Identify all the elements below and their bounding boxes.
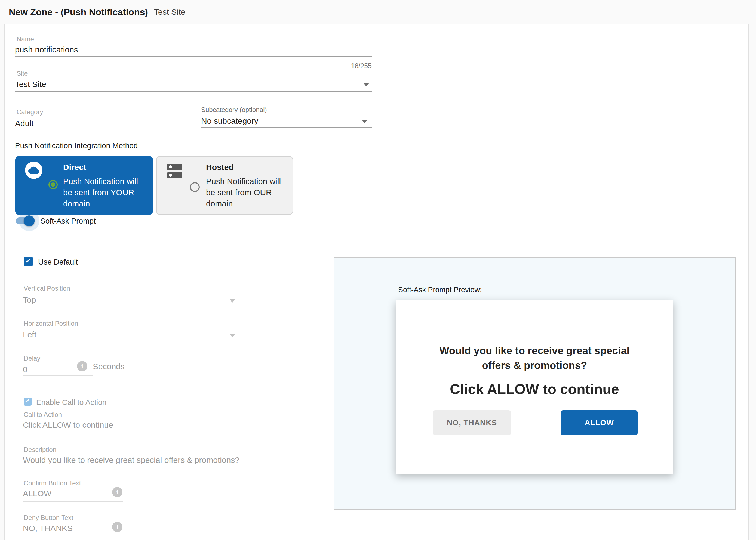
preview-allow-button[interactable]: ALLOW bbox=[561, 410, 638, 435]
hosted-title: Hosted bbox=[206, 163, 234, 172]
vertical-position-underline bbox=[23, 306, 240, 307]
deny-button-info-icon[interactable] bbox=[112, 522, 122, 532]
description-underline bbox=[23, 467, 238, 467]
description-input: Would you like to receive great special … bbox=[23, 456, 240, 465]
subcategory-select[interactable]: No subcategory bbox=[201, 116, 258, 126]
category-value: Adult bbox=[15, 119, 34, 128]
category-label: Category bbox=[17, 108, 43, 116]
name-underline bbox=[15, 56, 372, 57]
direct-radio-selected[interactable] bbox=[49, 180, 58, 189]
subcategory-label: Subcategory (optional) bbox=[201, 106, 267, 114]
deny-button-underline bbox=[23, 536, 123, 536]
enable-cta-checkbox bbox=[24, 398, 32, 406]
delay-label: Delay bbox=[24, 354, 40, 362]
check-icon bbox=[26, 258, 30, 263]
call-to-action-input: Click ALLOW to continue bbox=[23, 420, 113, 430]
preview-cta-text: Click ALLOW to continue bbox=[396, 381, 673, 397]
site-label: Site bbox=[17, 69, 28, 77]
enable-cta-label: Enable Call to Action bbox=[36, 398, 106, 407]
hosted-description: Push Notification will be sent from OUR … bbox=[206, 176, 292, 209]
deny-button-text-input: NO, THANKS bbox=[23, 524, 73, 533]
direct-description: Push Notification will be sent from YOUR… bbox=[63, 176, 149, 209]
preview-deny-button[interactable]: NO, THANKS bbox=[433, 410, 511, 435]
direct-title: Direct bbox=[63, 163, 86, 172]
site-underline bbox=[15, 91, 372, 92]
site-chevron-down-icon[interactable] bbox=[363, 83, 369, 86]
soft-ask-toggle-label: Soft-Ask Prompt bbox=[40, 217, 96, 225]
preview-question-text: Would you like to receive great special … bbox=[426, 343, 643, 373]
horizontal-position-label: Horizontal Position bbox=[24, 320, 78, 328]
page-title-site-name: Test Site bbox=[154, 7, 185, 17]
name-label: Name bbox=[17, 35, 34, 43]
page-title: New Zone - (Push Notifications) bbox=[9, 7, 148, 17]
call-to-action-underline bbox=[23, 432, 238, 432]
delay-input: 0 bbox=[23, 365, 28, 374]
confirm-button-underline bbox=[23, 501, 123, 502]
hosted-radio-unselected[interactable] bbox=[190, 182, 200, 192]
cloud-icon bbox=[25, 162, 43, 179]
name-char-counter: 18/255 bbox=[317, 62, 372, 70]
horizontal-position-underline bbox=[23, 341, 240, 341]
call-to-action-label: Call to Action bbox=[24, 411, 62, 418]
delay-underline bbox=[23, 375, 93, 376]
integration-option-direct[interactable]: Direct Push Notification will be sent fr… bbox=[15, 156, 153, 215]
deny-button-text-label: Deny Button Text bbox=[24, 514, 73, 521]
vertical-position-label: Vertical Position bbox=[24, 285, 70, 292]
soft-ask-toggle-thumb[interactable] bbox=[24, 215, 35, 226]
check-icon bbox=[25, 398, 29, 402]
description-label: Description bbox=[24, 446, 56, 454]
vertical-position-chevron-down-icon bbox=[229, 299, 235, 303]
site-select[interactable]: Test Site bbox=[15, 80, 46, 89]
delay-unit: Seconds bbox=[93, 362, 125, 371]
page-header: New Zone - (Push Notifications) Test Sit… bbox=[0, 0, 756, 25]
vertical-position-select: Top bbox=[23, 295, 36, 305]
server-icon bbox=[167, 164, 182, 178]
delay-info-icon[interactable] bbox=[77, 361, 88, 371]
horizontal-position-select: Left bbox=[23, 330, 37, 339]
integration-method-title: Push Notification Integration Method bbox=[15, 141, 138, 150]
confirm-button-text-input: ALLOW bbox=[23, 489, 52, 498]
horizontal-position-chevron-down-icon bbox=[229, 334, 235, 338]
integration-option-hosted[interactable]: Hosted Push Notification will be sent fr… bbox=[156, 156, 293, 215]
soft-ask-preview-panel: Soft-Ask Prompt Preview: Would you like … bbox=[334, 257, 736, 510]
subcategory-underline bbox=[201, 127, 372, 128]
preview-dialog: Would you like to receive great special … bbox=[396, 300, 673, 474]
confirm-button-text-label: Confirm Button Text bbox=[24, 479, 81, 487]
preview-title: Soft-Ask Prompt Preview: bbox=[398, 286, 482, 294]
use-default-checkbox[interactable] bbox=[24, 257, 33, 266]
confirm-button-info-icon[interactable] bbox=[112, 487, 122, 497]
use-default-label: Use Default bbox=[38, 258, 78, 266]
subcategory-chevron-down-icon[interactable] bbox=[362, 120, 368, 123]
name-input[interactable]: push notifications bbox=[15, 45, 78, 55]
